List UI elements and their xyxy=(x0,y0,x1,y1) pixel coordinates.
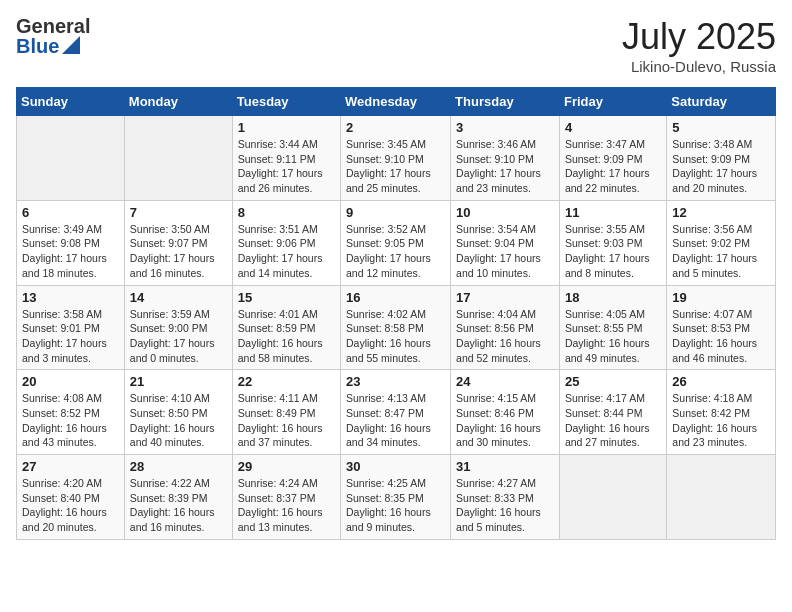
calendar-cell: 24Sunrise: 4:15 AM Sunset: 8:46 PM Dayli… xyxy=(451,370,560,455)
calendar-cell: 7Sunrise: 3:50 AM Sunset: 9:07 PM Daylig… xyxy=(124,200,232,285)
day-info: Sunrise: 4:13 AM Sunset: 8:47 PM Dayligh… xyxy=(346,391,445,450)
title-block: July 2025 Likino-Dulevo, Russia xyxy=(622,16,776,75)
day-info: Sunrise: 3:48 AM Sunset: 9:09 PM Dayligh… xyxy=(672,137,770,196)
day-info: Sunrise: 3:52 AM Sunset: 9:05 PM Dayligh… xyxy=(346,222,445,281)
calendar-cell: 6Sunrise: 3:49 AM Sunset: 9:08 PM Daylig… xyxy=(17,200,125,285)
day-number: 30 xyxy=(346,459,445,474)
day-number: 23 xyxy=(346,374,445,389)
day-info: Sunrise: 3:58 AM Sunset: 9:01 PM Dayligh… xyxy=(22,307,119,366)
calendar-cell: 30Sunrise: 4:25 AM Sunset: 8:35 PM Dayli… xyxy=(341,455,451,540)
day-number: 9 xyxy=(346,205,445,220)
day-info: Sunrise: 3:51 AM Sunset: 9:06 PM Dayligh… xyxy=(238,222,335,281)
day-number: 27 xyxy=(22,459,119,474)
calendar-cell: 13Sunrise: 3:58 AM Sunset: 9:01 PM Dayli… xyxy=(17,285,125,370)
day-number: 18 xyxy=(565,290,661,305)
day-number: 31 xyxy=(456,459,554,474)
calendar-cell: 23Sunrise: 4:13 AM Sunset: 8:47 PM Dayli… xyxy=(341,370,451,455)
calendar-cell: 29Sunrise: 4:24 AM Sunset: 8:37 PM Dayli… xyxy=(232,455,340,540)
day-info: Sunrise: 3:59 AM Sunset: 9:00 PM Dayligh… xyxy=(130,307,227,366)
calendar-cell: 16Sunrise: 4:02 AM Sunset: 8:58 PM Dayli… xyxy=(341,285,451,370)
calendar-cell: 28Sunrise: 4:22 AM Sunset: 8:39 PM Dayli… xyxy=(124,455,232,540)
calendar-cell: 19Sunrise: 4:07 AM Sunset: 8:53 PM Dayli… xyxy=(667,285,776,370)
day-number: 14 xyxy=(130,290,227,305)
calendar-cell: 21Sunrise: 4:10 AM Sunset: 8:50 PM Dayli… xyxy=(124,370,232,455)
calendar-cell: 3Sunrise: 3:46 AM Sunset: 9:10 PM Daylig… xyxy=(451,116,560,201)
svg-marker-0 xyxy=(62,36,80,54)
day-number: 17 xyxy=(456,290,554,305)
calendar-table: SundayMondayTuesdayWednesdayThursdayFrid… xyxy=(16,87,776,540)
day-of-week-header: Wednesday xyxy=(341,88,451,116)
day-number: 29 xyxy=(238,459,335,474)
day-number: 1 xyxy=(238,120,335,135)
logo-blue: Blue xyxy=(16,36,59,56)
day-header-row: SundayMondayTuesdayWednesdayThursdayFrid… xyxy=(17,88,776,116)
day-info: Sunrise: 4:11 AM Sunset: 8:49 PM Dayligh… xyxy=(238,391,335,450)
calendar-location: Likino-Dulevo, Russia xyxy=(622,58,776,75)
day-info: Sunrise: 4:08 AM Sunset: 8:52 PM Dayligh… xyxy=(22,391,119,450)
calendar-cell xyxy=(559,455,666,540)
day-info: Sunrise: 3:46 AM Sunset: 9:10 PM Dayligh… xyxy=(456,137,554,196)
day-info: Sunrise: 3:55 AM Sunset: 9:03 PM Dayligh… xyxy=(565,222,661,281)
calendar-cell: 2Sunrise: 3:45 AM Sunset: 9:10 PM Daylig… xyxy=(341,116,451,201)
day-info: Sunrise: 3:47 AM Sunset: 9:09 PM Dayligh… xyxy=(565,137,661,196)
day-number: 15 xyxy=(238,290,335,305)
calendar-week-row: 6Sunrise: 3:49 AM Sunset: 9:08 PM Daylig… xyxy=(17,200,776,285)
day-info: Sunrise: 4:27 AM Sunset: 8:33 PM Dayligh… xyxy=(456,476,554,535)
day-number: 5 xyxy=(672,120,770,135)
day-number: 22 xyxy=(238,374,335,389)
calendar-cell: 31Sunrise: 4:27 AM Sunset: 8:33 PM Dayli… xyxy=(451,455,560,540)
day-info: Sunrise: 4:02 AM Sunset: 8:58 PM Dayligh… xyxy=(346,307,445,366)
day-number: 25 xyxy=(565,374,661,389)
logo: General Blue xyxy=(16,16,90,56)
day-number: 11 xyxy=(565,205,661,220)
day-info: Sunrise: 4:10 AM Sunset: 8:50 PM Dayligh… xyxy=(130,391,227,450)
day-number: 12 xyxy=(672,205,770,220)
day-number: 26 xyxy=(672,374,770,389)
calendar-cell: 4Sunrise: 3:47 AM Sunset: 9:09 PM Daylig… xyxy=(559,116,666,201)
day-info: Sunrise: 4:04 AM Sunset: 8:56 PM Dayligh… xyxy=(456,307,554,366)
day-info: Sunrise: 3:45 AM Sunset: 9:10 PM Dayligh… xyxy=(346,137,445,196)
day-number: 10 xyxy=(456,205,554,220)
day-info: Sunrise: 4:24 AM Sunset: 8:37 PM Dayligh… xyxy=(238,476,335,535)
day-info: Sunrise: 4:22 AM Sunset: 8:39 PM Dayligh… xyxy=(130,476,227,535)
day-of-week-header: Friday xyxy=(559,88,666,116)
calendar-cell: 12Sunrise: 3:56 AM Sunset: 9:02 PM Dayli… xyxy=(667,200,776,285)
calendar-title: July 2025 xyxy=(622,16,776,58)
day-number: 7 xyxy=(130,205,227,220)
calendar-body: 1Sunrise: 3:44 AM Sunset: 9:11 PM Daylig… xyxy=(17,116,776,540)
day-number: 20 xyxy=(22,374,119,389)
calendar-cell: 10Sunrise: 3:54 AM Sunset: 9:04 PM Dayli… xyxy=(451,200,560,285)
day-info: Sunrise: 4:17 AM Sunset: 8:44 PM Dayligh… xyxy=(565,391,661,450)
day-number: 16 xyxy=(346,290,445,305)
day-number: 8 xyxy=(238,205,335,220)
calendar-cell: 11Sunrise: 3:55 AM Sunset: 9:03 PM Dayli… xyxy=(559,200,666,285)
calendar-cell xyxy=(124,116,232,201)
day-info: Sunrise: 4:20 AM Sunset: 8:40 PM Dayligh… xyxy=(22,476,119,535)
calendar-cell: 26Sunrise: 4:18 AM Sunset: 8:42 PM Dayli… xyxy=(667,370,776,455)
calendar-cell: 25Sunrise: 4:17 AM Sunset: 8:44 PM Dayli… xyxy=(559,370,666,455)
day-number: 2 xyxy=(346,120,445,135)
day-info: Sunrise: 4:15 AM Sunset: 8:46 PM Dayligh… xyxy=(456,391,554,450)
day-info: Sunrise: 3:56 AM Sunset: 9:02 PM Dayligh… xyxy=(672,222,770,281)
day-info: Sunrise: 4:25 AM Sunset: 8:35 PM Dayligh… xyxy=(346,476,445,535)
calendar-cell: 22Sunrise: 4:11 AM Sunset: 8:49 PM Dayli… xyxy=(232,370,340,455)
calendar-cell: 1Sunrise: 3:44 AM Sunset: 9:11 PM Daylig… xyxy=(232,116,340,201)
day-number: 4 xyxy=(565,120,661,135)
calendar-cell: 15Sunrise: 4:01 AM Sunset: 8:59 PM Dayli… xyxy=(232,285,340,370)
day-info: Sunrise: 4:01 AM Sunset: 8:59 PM Dayligh… xyxy=(238,307,335,366)
day-number: 24 xyxy=(456,374,554,389)
calendar-week-row: 20Sunrise: 4:08 AM Sunset: 8:52 PM Dayli… xyxy=(17,370,776,455)
calendar-cell: 5Sunrise: 3:48 AM Sunset: 9:09 PM Daylig… xyxy=(667,116,776,201)
day-info: Sunrise: 3:49 AM Sunset: 9:08 PM Dayligh… xyxy=(22,222,119,281)
day-of-week-header: Monday xyxy=(124,88,232,116)
day-info: Sunrise: 3:44 AM Sunset: 9:11 PM Dayligh… xyxy=(238,137,335,196)
calendar-week-row: 27Sunrise: 4:20 AM Sunset: 8:40 PM Dayli… xyxy=(17,455,776,540)
day-of-week-header: Tuesday xyxy=(232,88,340,116)
day-info: Sunrise: 4:18 AM Sunset: 8:42 PM Dayligh… xyxy=(672,391,770,450)
day-info: Sunrise: 3:54 AM Sunset: 9:04 PM Dayligh… xyxy=(456,222,554,281)
day-of-week-header: Thursday xyxy=(451,88,560,116)
calendar-cell: 20Sunrise: 4:08 AM Sunset: 8:52 PM Dayli… xyxy=(17,370,125,455)
day-number: 13 xyxy=(22,290,119,305)
logo-general: General xyxy=(16,16,90,36)
calendar-cell: 9Sunrise: 3:52 AM Sunset: 9:05 PM Daylig… xyxy=(341,200,451,285)
